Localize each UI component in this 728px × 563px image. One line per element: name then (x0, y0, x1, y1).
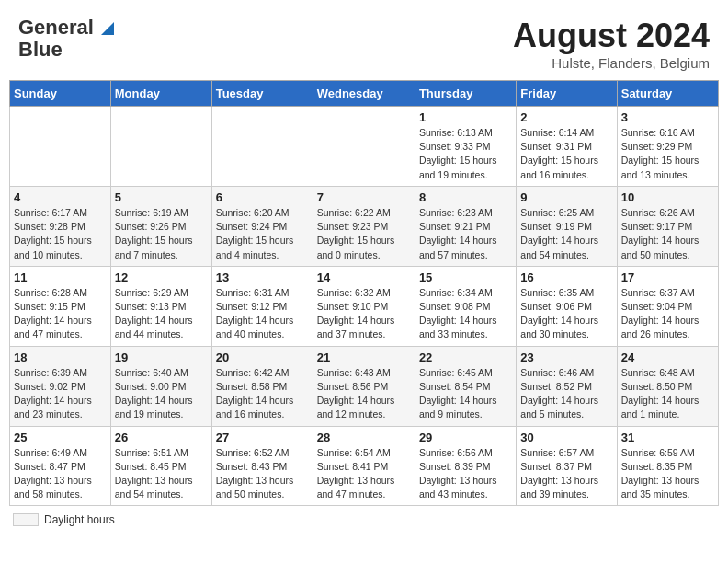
day-number: 26 (115, 431, 208, 444)
calendar-cell: 27Sunrise: 6:52 AMSunset: 8:43 PMDayligh… (211, 426, 313, 506)
day-number: 3 (621, 110, 714, 124)
day-info: Sunrise: 6:17 AMSunset: 9:28 PMDaylight:… (14, 206, 107, 262)
day-info: Sunrise: 6:29 AMSunset: 9:13 PMDaylight:… (115, 286, 208, 342)
day-number: 4 (14, 190, 107, 204)
day-number: 14 (317, 270, 411, 284)
calendar-cell (211, 107, 313, 187)
day-number: 30 (520, 431, 612, 444)
footer: Daylight hours (9, 513, 719, 526)
day-info: Sunrise: 6:13 AMSunset: 9:33 PMDaylight:… (419, 126, 512, 182)
col-header-saturday: Saturday (617, 81, 718, 107)
logo: General Blue (18, 17, 114, 61)
day-info: Sunrise: 6:54 AMSunset: 8:41 PMDaylight:… (317, 446, 411, 502)
calendar-cell: 17Sunrise: 6:37 AMSunset: 9:04 PMDayligh… (617, 266, 718, 346)
day-number: 29 (419, 431, 512, 444)
calendar-cell: 10Sunrise: 6:26 AMSunset: 9:17 PMDayligh… (617, 186, 718, 266)
day-number: 23 (520, 350, 612, 364)
day-number: 16 (520, 270, 612, 284)
calendar-cell (313, 107, 415, 187)
day-info: Sunrise: 6:59 AMSunset: 8:35 PMDaylight:… (621, 446, 714, 502)
day-info: Sunrise: 6:52 AMSunset: 8:43 PMDaylight:… (216, 446, 309, 502)
day-number: 25 (14, 431, 107, 444)
day-info: Sunrise: 6:48 AMSunset: 8:50 PMDaylight:… (621, 366, 714, 422)
calendar-cell: 31Sunrise: 6:59 AMSunset: 8:35 PMDayligh… (617, 426, 718, 506)
day-number: 7 (317, 190, 411, 204)
col-header-thursday: Thursday (415, 81, 516, 107)
day-info: Sunrise: 6:42 AMSunset: 8:58 PMDaylight:… (216, 366, 309, 422)
day-number: 1 (419, 110, 512, 124)
calendar-cell: 9Sunrise: 6:25 AMSunset: 9:19 PMDaylight… (517, 186, 617, 266)
day-number: 5 (115, 190, 208, 204)
day-info: Sunrise: 6:19 AMSunset: 9:26 PMDaylight:… (115, 206, 208, 262)
calendar-cell: 23Sunrise: 6:46 AMSunset: 8:52 PMDayligh… (517, 346, 617, 426)
day-number: 15 (419, 270, 512, 284)
day-number: 12 (115, 270, 208, 284)
logo-triangle-icon (101, 22, 114, 35)
day-number: 18 (14, 350, 107, 364)
logo-blue: Blue (18, 39, 63, 61)
day-info: Sunrise: 6:43 AMSunset: 8:56 PMDaylight:… (317, 366, 411, 422)
day-info: Sunrise: 6:56 AMSunset: 8:39 PMDaylight:… (419, 446, 512, 502)
day-number: 8 (419, 190, 512, 204)
day-info: Sunrise: 6:28 AMSunset: 9:15 PMDaylight:… (14, 286, 107, 342)
calendar-cell (110, 107, 211, 187)
day-number: 27 (216, 431, 309, 444)
day-info: Sunrise: 6:20 AMSunset: 9:24 PMDaylight:… (216, 206, 309, 262)
day-info: Sunrise: 6:14 AMSunset: 9:31 PMDaylight:… (520, 126, 612, 182)
title-block: August 2024 Hulste, Flanders, Belgium (513, 17, 710, 71)
calendar-cell: 3Sunrise: 6:16 AMSunset: 9:29 PMDaylight… (617, 107, 718, 187)
col-header-monday: Monday (110, 81, 211, 107)
day-number: 21 (317, 350, 411, 364)
calendar-cell: 20Sunrise: 6:42 AMSunset: 8:58 PMDayligh… (211, 346, 313, 426)
calendar-cell (10, 107, 111, 187)
calendar-cell: 28Sunrise: 6:54 AMSunset: 8:41 PMDayligh… (313, 426, 415, 506)
calendar-cell: 13Sunrise: 6:31 AMSunset: 9:12 PMDayligh… (211, 266, 313, 346)
calendar-cell: 25Sunrise: 6:49 AMSunset: 8:47 PMDayligh… (10, 426, 111, 506)
day-info: Sunrise: 6:49 AMSunset: 8:47 PMDaylight:… (14, 446, 107, 502)
day-number: 24 (621, 350, 714, 364)
day-number: 17 (621, 270, 714, 284)
calendar-cell: 22Sunrise: 6:45 AMSunset: 8:54 PMDayligh… (415, 346, 516, 426)
day-number: 13 (216, 270, 309, 284)
day-info: Sunrise: 6:51 AMSunset: 8:45 PMDaylight:… (115, 446, 208, 502)
day-number: 20 (216, 350, 309, 364)
day-info: Sunrise: 6:45 AMSunset: 8:54 PMDaylight:… (419, 366, 512, 422)
calendar-header-row: SundayMondayTuesdayWednesdayThursdayFrid… (10, 81, 719, 107)
calendar-cell: 11Sunrise: 6:28 AMSunset: 9:15 PMDayligh… (10, 266, 111, 346)
col-header-tuesday: Tuesday (211, 81, 313, 107)
page-title: August 2024 (513, 17, 710, 55)
calendar-cell: 12Sunrise: 6:29 AMSunset: 9:13 PMDayligh… (110, 266, 211, 346)
calendar-cell: 26Sunrise: 6:51 AMSunset: 8:45 PMDayligh… (110, 426, 211, 506)
day-info: Sunrise: 6:37 AMSunset: 9:04 PMDaylight:… (621, 286, 714, 342)
calendar-table: SundayMondayTuesdayWednesdayThursdayFrid… (9, 80, 719, 506)
day-number: 22 (419, 350, 512, 364)
calendar-week-1: 1Sunrise: 6:13 AMSunset: 9:33 PMDaylight… (10, 107, 719, 187)
calendar-cell: 2Sunrise: 6:14 AMSunset: 9:31 PMDaylight… (517, 107, 617, 187)
day-info: Sunrise: 6:40 AMSunset: 9:00 PMDaylight:… (115, 366, 208, 422)
day-info: Sunrise: 6:35 AMSunset: 9:06 PMDaylight:… (520, 286, 612, 342)
day-number: 9 (520, 190, 612, 204)
day-info: Sunrise: 6:22 AMSunset: 9:23 PMDaylight:… (317, 206, 411, 262)
calendar-cell: 1Sunrise: 6:13 AMSunset: 9:33 PMDaylight… (415, 107, 516, 187)
day-info: Sunrise: 6:57 AMSunset: 8:37 PMDaylight:… (520, 446, 612, 502)
calendar-week-2: 4Sunrise: 6:17 AMSunset: 9:28 PMDaylight… (10, 186, 719, 266)
logo-general: General (18, 16, 94, 39)
calendar-cell: 18Sunrise: 6:39 AMSunset: 9:02 PMDayligh… (10, 346, 111, 426)
calendar-cell: 16Sunrise: 6:35 AMSunset: 9:06 PMDayligh… (517, 266, 617, 346)
day-info: Sunrise: 6:31 AMSunset: 9:12 PMDaylight:… (216, 286, 309, 342)
calendar-cell: 21Sunrise: 6:43 AMSunset: 8:56 PMDayligh… (313, 346, 415, 426)
day-number: 31 (621, 431, 714, 444)
calendar-cell: 30Sunrise: 6:57 AMSunset: 8:37 PMDayligh… (517, 426, 617, 506)
day-info: Sunrise: 6:46 AMSunset: 8:52 PMDaylight:… (520, 366, 612, 422)
daylight-swatch (13, 513, 39, 526)
day-info: Sunrise: 6:16 AMSunset: 9:29 PMDaylight:… (621, 126, 714, 182)
day-number: 6 (216, 190, 309, 204)
day-number: 2 (520, 110, 612, 124)
day-number: 19 (115, 350, 208, 364)
calendar-cell: 6Sunrise: 6:20 AMSunset: 9:24 PMDaylight… (211, 186, 313, 266)
calendar-cell: 14Sunrise: 6:32 AMSunset: 9:10 PMDayligh… (313, 266, 415, 346)
day-number: 11 (14, 270, 107, 284)
day-info: Sunrise: 6:26 AMSunset: 9:17 PMDaylight:… (621, 206, 714, 262)
calendar-cell: 7Sunrise: 6:22 AMSunset: 9:23 PMDaylight… (313, 186, 415, 266)
day-number: 28 (317, 431, 411, 444)
